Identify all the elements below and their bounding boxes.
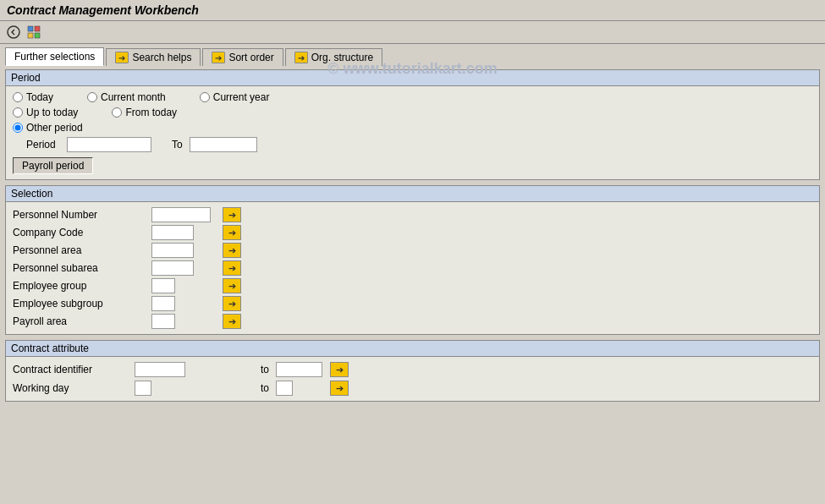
period-to-label: To [172,139,183,151]
tab-sort-order-label: Sort order [228,52,273,63]
tab-further-selections[interactable]: Further selections [5,47,104,66]
payroll-area-input[interactable] [151,314,175,329]
period-row-3: Other period [13,122,812,134]
personnel-area-input[interactable] [151,243,194,258]
working-day-arrow[interactable] [330,381,349,396]
radio-today-label[interactable]: Today [13,91,53,103]
payroll-area-label: Payroll area [13,315,148,327]
contract-identifier-input[interactable] [135,362,185,377]
selection-header: Selection [6,186,819,202]
app-title: Contract Management Workbench [7,3,199,17]
company-code-label: Company Code [13,227,148,238]
toolbar [0,21,825,44]
period-input-row: Period To [26,137,812,152]
personnel-area-label: Personnel area [13,244,148,256]
personnel-number-input[interactable] [151,207,211,222]
radio-current-month[interactable] [87,92,97,102]
radio-current-year-label[interactable]: Current year [200,91,270,103]
tab-search-helps-label: Search helps [132,52,191,63]
selection-grid: Personnel Number Company Code Personnel … [13,207,812,329]
personnel-area-arrow[interactable] [223,243,241,258]
tab-arrow-search [115,52,129,63]
svg-rect-1 [28,26,33,31]
radio-other-period[interactable] [13,123,23,133]
radio-current-year[interactable] [200,92,210,102]
tab-arrow-sort [212,52,225,63]
tab-arrow-org [294,52,308,63]
employee-group-arrow[interactable] [223,278,241,293]
title-bar: Contract Management Workbench [0,0,825,21]
svg-rect-3 [28,33,33,38]
radio-current-month-label[interactable]: Current month [87,91,166,103]
period-row-2: Up to today From today [13,107,812,118]
contract-header: Contract attribute [6,341,819,357]
radio-from-today-label[interactable]: From today [112,107,177,118]
grid-icon[interactable] [25,24,42,41]
employee-subgroup-arrow[interactable] [223,296,241,311]
period-row-1: Today Current month Current year [13,91,812,103]
tab-sort-order[interactable]: Sort order [202,48,283,66]
radio-from-today[interactable] [112,107,122,118]
tab-org-structure[interactable]: Org. structure [285,48,382,66]
working-day-input[interactable] [135,381,151,396]
selection-body: Personnel Number Company Code Personnel … [6,202,819,334]
employee-group-input[interactable] [151,278,175,293]
period-header: Period [6,70,819,86]
personnel-subarea-label: Personnel subarea [13,262,148,274]
svg-rect-4 [35,33,40,38]
company-code-input[interactable] [151,225,194,240]
tab-search-helps[interactable]: Search helps [106,48,201,66]
personnel-number-label: Personnel Number [13,209,148,221]
tab-further-selections-label: Further selections [14,51,95,63]
company-code-arrow[interactable] [223,225,241,240]
tab-org-structure-label: Org. structure [311,52,373,63]
radio-up-to-today-label[interactable]: Up to today [13,107,78,118]
radio-up-to-today[interactable] [13,107,23,118]
contract-row-2: Working day to [13,381,812,396]
period-from-input[interactable] [67,137,151,152]
period-section: Period Today Current month Current year [5,69,820,180]
contract-identifier-arrow[interactable] [330,362,349,377]
personnel-subarea-input[interactable] [151,260,194,276]
employee-group-label: Employee group [13,280,148,292]
employee-subgroup-label: Employee subgroup [13,298,148,310]
payroll-period-row: Payroll period [13,157,812,174]
employee-subgroup-input[interactable] [151,296,175,311]
working-day-to-label: to [222,382,272,394]
contract-section: Contract attribute Contract identifier t… [5,340,820,402]
radio-today[interactable] [13,92,23,102]
personnel-number-arrow[interactable] [223,207,241,222]
svg-point-0 [8,26,19,38]
contract-identifier-to-input[interactable] [276,362,322,377]
nav-back-icon[interactable] [5,24,22,41]
payroll-area-arrow[interactable] [223,314,241,329]
contract-row-1: Contract identifier to [13,362,812,377]
selection-section: Selection Personnel Number Company Code … [5,185,820,335]
payroll-period-button[interactable]: Payroll period [13,157,93,174]
main-content: Period Today Current month Current year [0,66,825,410]
contract-identifier-to-label: to [222,364,272,375]
tab-bar: Further selections Search helps Sort ord… [0,44,825,66]
period-body: Today Current month Current year Up to t… [6,86,819,179]
radio-other-period-label[interactable]: Other period [13,122,83,134]
svg-rect-2 [35,26,40,31]
contract-identifier-label: Contract identifier [13,364,131,375]
working-day-to-input[interactable] [276,381,293,396]
contract-body: Contract identifier to Working day to [6,357,819,401]
period-field-label: Period [26,139,60,151]
working-day-label: Working day [13,382,131,394]
period-to-input[interactable] [190,137,257,152]
personnel-subarea-arrow[interactable] [223,260,241,276]
